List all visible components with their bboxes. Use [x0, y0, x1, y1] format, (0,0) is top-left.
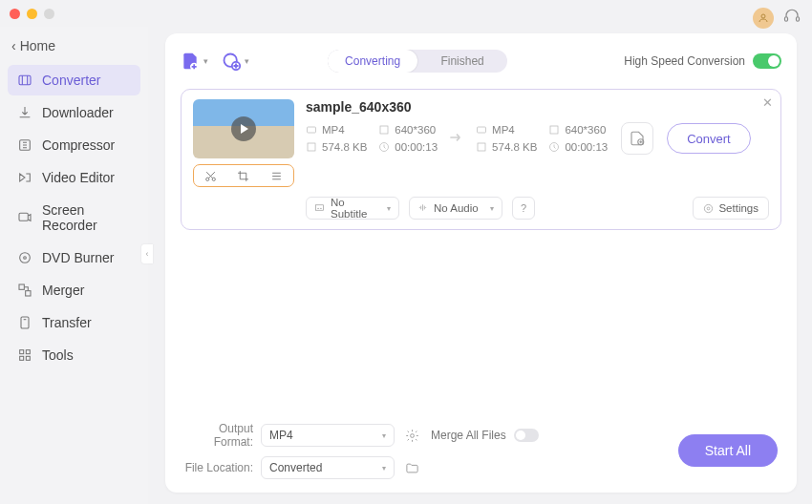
high-speed-toggle[interactable] [753, 53, 781, 69]
svg-rect-14 [26, 356, 30, 360]
dst-format: MP4 [492, 124, 515, 136]
support-icon[interactable] [783, 8, 801, 29]
svg-point-30 [708, 207, 711, 210]
arrow-right-icon [447, 128, 466, 149]
edit-tools [193, 164, 294, 187]
sidebar-item-dvd-burner[interactable]: DVD Burner [8, 242, 140, 273]
cut-icon[interactable] [204, 170, 217, 182]
start-all-button[interactable]: Start All [678, 434, 778, 467]
src-dur: 00:00:13 [395, 141, 438, 153]
home-link[interactable]: ‹ Home [8, 34, 140, 63]
remove-file-button[interactable]: ✕ [762, 95, 773, 110]
format-settings-icon[interactable] [400, 424, 423, 447]
chevron-down-icon: ▾ [387, 204, 391, 213]
sidebar-item-label: Tools [42, 347, 74, 363]
close-window-icon[interactable] [10, 9, 20, 19]
svg-point-6 [20, 253, 31, 263]
window-controls[interactable] [10, 9, 54, 19]
chevron-down-icon: ▾ [490, 204, 494, 213]
merge-toggle[interactable] [514, 429, 539, 442]
merger-icon [17, 283, 32, 298]
sidebar-item-tools[interactable]: Tools [8, 340, 140, 370]
converter-icon [17, 73, 32, 88]
output-format-select[interactable]: MP4 ▾ [261, 424, 395, 447]
sidebar-item-merger[interactable]: Merger [8, 275, 140, 305]
sidebar: ‹ Home Converter Downloader Compressor V… [0, 27, 148, 504]
audio-icon [417, 202, 428, 215]
list-icon[interactable] [270, 170, 283, 182]
output-preset-button[interactable] [621, 122, 653, 155]
file-location-select[interactable]: Converted ▾ [261, 456, 395, 479]
play-icon [231, 116, 256, 141]
crop-icon[interactable] [237, 170, 249, 182]
file-item: ✕ sample_640x360 [181, 89, 781, 230]
merge-label: Merge All Files [431, 429, 506, 442]
svg-point-32 [410, 433, 414, 437]
audio-select[interactable]: No Audio ▾ [409, 197, 502, 220]
sidebar-item-label: Merger [42, 283, 84, 298]
help-button[interactable]: ? [512, 197, 535, 220]
svg-rect-10 [21, 317, 29, 328]
sidebar-item-video-editor[interactable]: Video Editor [8, 162, 140, 193]
settings-button[interactable]: Settings [693, 197, 769, 220]
sidebar-item-label: Screen Recorder [42, 202, 131, 233]
sidebar-item-label: Compressor [42, 137, 115, 153]
svg-rect-25 [550, 126, 558, 134]
svg-point-0 [761, 14, 765, 18]
svg-rect-8 [19, 284, 24, 289]
account-avatar[interactable] [753, 8, 774, 29]
transfer-icon [17, 315, 32, 330]
compressor-icon [17, 137, 32, 153]
svg-rect-13 [20, 356, 24, 360]
recorder-icon [17, 210, 32, 225]
svg-rect-3 [19, 75, 31, 84]
svg-rect-20 [308, 127, 316, 133]
sidebar-item-label: Converter [42, 73, 100, 88]
download-icon [17, 105, 32, 120]
open-folder-icon[interactable] [400, 456, 423, 479]
sidebar-item-converter[interactable]: Converter [8, 65, 140, 95]
tools-icon [17, 347, 32, 363]
sidebar-item-screen-recorder[interactable]: Screen Recorder [8, 195, 140, 241]
editor-icon [17, 170, 32, 185]
video-thumbnail[interactable] [193, 99, 294, 158]
svg-rect-9 [26, 291, 31, 296]
sidebar-item-label: Video Editor [42, 170, 115, 185]
svg-rect-12 [26, 350, 30, 354]
svg-rect-5 [19, 213, 28, 220]
src-format: MP4 [322, 124, 345, 136]
add-file-button[interactable]: ▾ [181, 52, 208, 71]
dst-dim: 640*360 [565, 124, 606, 136]
svg-rect-11 [20, 350, 24, 354]
svg-rect-22 [308, 143, 315, 151]
output-format-label: Output Format: [184, 422, 253, 449]
svg-rect-1 [785, 17, 788, 22]
subtitle-select[interactable]: No Subtitle ▾ [306, 197, 399, 220]
tab-finished[interactable]: Finished [417, 50, 507, 73]
svg-rect-29 [315, 204, 323, 210]
svg-rect-2 [797, 17, 800, 22]
svg-rect-24 [478, 127, 486, 133]
svg-point-31 [705, 204, 713, 212]
home-label: Home [20, 38, 55, 53]
chevron-left-icon: ‹ [11, 38, 16, 53]
sidebar-item-label: Downloader [42, 105, 114, 120]
collapse-sidebar-button[interactable]: ‹ [141, 244, 153, 263]
subtitle-icon [314, 202, 325, 215]
dvd-icon [17, 250, 32, 265]
file-location-label: File Location: [184, 461, 253, 474]
sidebar-item-compressor[interactable]: Compressor [8, 130, 140, 160]
sidebar-item-transfer[interactable]: Transfer [8, 307, 140, 338]
fullscreen-window-icon[interactable] [44, 9, 54, 19]
svg-rect-21 [380, 126, 388, 134]
src-dim: 640*360 [395, 124, 436, 136]
sidebar-item-downloader[interactable]: Downloader [8, 97, 140, 128]
file-name: sample_640x360 [306, 99, 769, 115]
tab-converting[interactable]: Converting [328, 50, 417, 73]
convert-button[interactable]: Convert [667, 123, 751, 154]
sidebar-item-label: DVD Burner [42, 250, 114, 265]
minimize-window-icon[interactable] [27, 9, 37, 19]
chevron-down-icon: ▾ [382, 464, 386, 472]
chevron-down-icon: ▾ [245, 56, 249, 66]
add-url-button[interactable]: ▾ [222, 52, 249, 71]
